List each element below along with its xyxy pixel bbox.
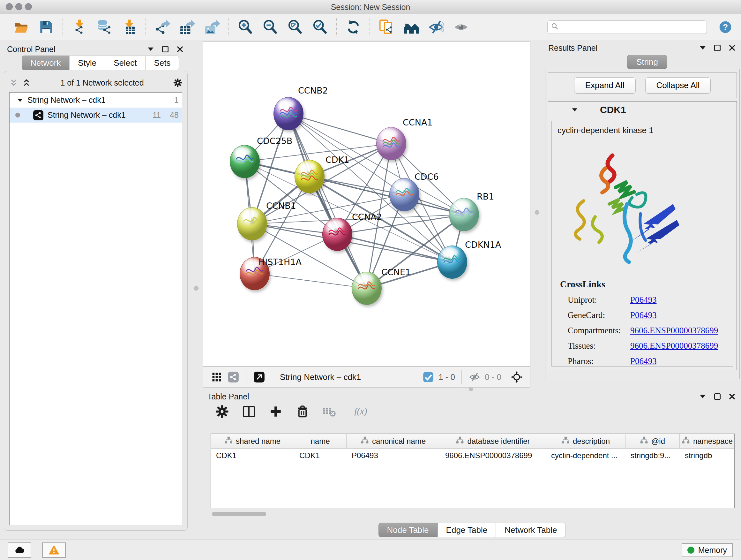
splitter-handle[interactable]: [535, 210, 539, 214]
search-input[interactable]: [559, 21, 706, 34]
panel-menu-icon[interactable]: [698, 44, 707, 52]
delete-column-icon[interactable]: [296, 405, 309, 418]
column-header-shared-name[interactable]: shared name: [211, 434, 294, 448]
warnings-button[interactable]: [42, 543, 66, 558]
column-header-name[interactable]: name: [294, 434, 347, 448]
network-options-gear-icon[interactable]: [173, 78, 182, 87]
collapse-all-button[interactable]: Collapse All: [645, 77, 711, 94]
tab-edge-table[interactable]: Edge Table: [437, 523, 496, 537]
export-table-icon[interactable]: [179, 19, 195, 35]
table-row[interactable]: CDK1CDK1P064939606.ENSP00000378699cyclin…: [211, 449, 734, 462]
tab-sets[interactable]: Sets: [145, 56, 179, 70]
detach-view-icon[interactable]: [253, 371, 265, 383]
network-node-CCNB1[interactable]: [237, 207, 267, 240]
add-column-icon[interactable]: [269, 405, 282, 418]
tab-node-table[interactable]: Node Table: [379, 523, 437, 537]
panel-float-icon[interactable]: [713, 392, 722, 401]
panel-close-icon[interactable]: [728, 392, 737, 401]
panel-menu-icon[interactable]: [698, 392, 707, 401]
network-collection-row[interactable]: String Network – cdk1 1: [10, 92, 182, 108]
help-button[interactable]: ?: [719, 20, 732, 34]
tab-select[interactable]: Select: [105, 56, 145, 70]
column-header-database-identifier[interactable]: database identifier: [440, 434, 546, 448]
panel-menu-icon[interactable]: [146, 45, 155, 54]
cell[interactable]: stringdb:9...: [625, 449, 680, 462]
network-row[interactable]: String Network – cdk1 11 48: [10, 108, 182, 123]
import-network-from-database-icon[interactable]: [96, 19, 112, 35]
tab-network-table[interactable]: Network Table: [496, 523, 565, 537]
crosslink-link[interactable]: 9606.ENSP00000378699: [630, 341, 718, 351]
splitter-handle[interactable]: [194, 286, 199, 291]
cell[interactable]: CDK1: [294, 449, 347, 462]
table-options-gear-icon[interactable]: [215, 405, 229, 418]
memory-button[interactable]: Memory: [682, 543, 733, 557]
cell[interactable]: P06493: [347, 449, 440, 462]
network-node-CDC25B[interactable]: [230, 145, 260, 178]
column-header-description[interactable]: description: [546, 434, 625, 448]
column-header-namespace[interactable]: namespace: [680, 434, 735, 448]
panel-float-icon[interactable]: [713, 44, 722, 52]
network-node-CDK1[interactable]: [294, 160, 325, 193]
column-header--id[interactable]: @id: [625, 434, 680, 448]
cell[interactable]: cyclin-dependent ...: [546, 449, 625, 462]
column-header-canonical-name[interactable]: canonical name: [347, 434, 440, 448]
zoom-in-icon[interactable]: [238, 19, 253, 35]
export-network-icon[interactable]: [154, 19, 171, 35]
network-node-CCNA2[interactable]: [322, 218, 352, 251]
tab-style[interactable]: Style: [69, 56, 105, 70]
network-node-RB1[interactable]: [449, 198, 479, 231]
zoom-fit-content-icon[interactable]: [287, 19, 303, 35]
expand-all-button[interactable]: Expand All: [574, 77, 636, 94]
expand-all-icon[interactable]: [22, 78, 31, 87]
results-panel: Results Panel String Expand All Collapse…: [544, 42, 741, 388]
network-edges: [203, 42, 530, 366]
network-node-CDC6[interactable]: [389, 178, 419, 211]
save-session-icon[interactable]: [38, 19, 54, 35]
crosslink-row: Tissues:9606.ENSP00000378699: [560, 341, 727, 351]
import-table-from-file-icon[interactable]: [121, 19, 137, 35]
new-network-from-selection-icon[interactable]: [379, 19, 394, 35]
gene-collapse-icon[interactable]: [570, 106, 579, 114]
gene-section-header[interactable]: CDK1: [548, 102, 737, 118]
first-neighbors-icon[interactable]: [403, 19, 419, 35]
network-node-CDKN1A[interactable]: [437, 246, 467, 279]
cell[interactable]: 9606.ENSP00000378699: [440, 449, 546, 462]
crosslink-link[interactable]: P06493: [630, 310, 657, 320]
tab-string[interactable]: String: [627, 55, 667, 69]
zoom-selected-icon[interactable]: [312, 19, 328, 35]
search-box[interactable]: [547, 20, 707, 34]
collapse-all-icon[interactable]: [9, 78, 18, 87]
crosslink-link[interactable]: 9606.ENSP00000378699: [630, 326, 718, 335]
cell[interactable]: stringdb: [680, 449, 735, 462]
apply-preferred-layout-icon[interactable]: [345, 19, 361, 35]
crosslink-row: GeneCard:P06493: [560, 310, 727, 320]
panel-close-icon[interactable]: [176, 45, 185, 54]
import-network-from-file-icon[interactable]: [71, 19, 87, 35]
collection-expand-icon[interactable]: [16, 96, 24, 105]
zoom-out-icon[interactable]: [262, 19, 278, 35]
open-session-icon[interactable]: [13, 19, 29, 35]
tab-network[interactable]: Network: [22, 56, 69, 70]
crosslink-row: Uniprot:P06493: [560, 295, 727, 305]
export-image-icon[interactable]: [204, 19, 220, 35]
cell[interactable]: CDK1: [211, 449, 294, 462]
network-view-canvas[interactable]: CCNB2CCNA1CDC25BCDK1CDC6RB1CCNB1CCNA2CDK…: [203, 42, 530, 367]
hide-selected-icon[interactable]: [428, 19, 444, 35]
birdseye-view-icon[interactable]: [511, 371, 522, 383]
grid-view-icon[interactable]: [211, 371, 222, 383]
horizontal-scrollbar[interactable]: [211, 511, 735, 517]
network-type-icon: [33, 110, 44, 121]
selected-items-checkbox-icon[interactable]: [422, 371, 434, 383]
show-columns-icon[interactable]: [242, 405, 256, 418]
crosslink-link[interactable]: P06493: [630, 356, 657, 366]
panel-close-icon[interactable]: [728, 44, 737, 52]
network-node-CCNA1[interactable]: [376, 127, 406, 160]
panel-float-icon[interactable]: [161, 45, 170, 54]
scrollbar-thumb[interactable]: [212, 512, 266, 516]
cloud-status-button[interactable]: [8, 543, 31, 558]
crosslink-link[interactable]: P06493: [630, 295, 657, 305]
node-label-CCNA1: CCNA1: [403, 118, 433, 127]
network-view-mode-icon[interactable]: [227, 371, 239, 383]
network-node-CCNB2[interactable]: [273, 97, 304, 130]
network-node-CCNE1[interactable]: [352, 272, 382, 305]
